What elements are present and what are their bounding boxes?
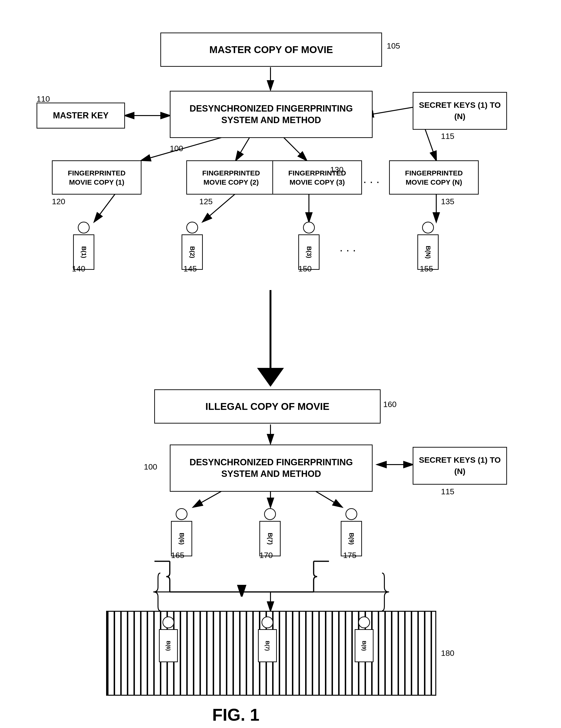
ref-145: 145: [183, 264, 197, 273]
person-b6: B(6): [171, 508, 192, 556]
svg-line-10: [94, 193, 116, 222]
ref-165: 165: [171, 551, 184, 560]
ref-175: 175: [343, 551, 357, 560]
secret-keys-top-box: SECRET KEYS (1) TO (N): [413, 92, 507, 130]
b9-stripe-body: B(9): [355, 629, 374, 662]
striped-combined-box: B(6) B(7) B(9): [106, 611, 436, 696]
ref-100-top: 100: [170, 144, 183, 153]
fp-copy3-box: FINGERPRINTEDMOVIE COPY (3): [272, 160, 362, 195]
ref-130: 130: [330, 165, 344, 174]
ref-170: 170: [259, 551, 273, 560]
master-copy-box: MASTER COPY OF MOVIE: [160, 33, 382, 67]
b7-stripe-head: [262, 616, 273, 628]
b7-stripe-body: B(7): [258, 629, 277, 662]
ref-115-bottom: 115: [441, 487, 454, 496]
fp-copy2-box: FINGERPRINTEDMOVIE COPY (2): [186, 160, 276, 195]
svg-line-7: [236, 137, 250, 160]
diagram: MASTER COPY OF MOVIE 105 MASTER KEY 110 …: [0, 0, 561, 728]
b6-in-stripe: B(6): [159, 616, 178, 662]
svg-line-9: [424, 127, 436, 160]
b7-head: [264, 508, 276, 520]
illegal-copy-box: ILLEGAL COPY OF MOVIE: [154, 389, 381, 424]
b6-head: [176, 508, 187, 520]
person-bn: B(N): [417, 222, 439, 270]
brace-svg: [153, 559, 330, 597]
master-key-box: MASTER KEY: [37, 103, 125, 129]
fp-copy-n-box: FINGERPRINTEDMOVIE COPY (N): [389, 160, 479, 195]
ref-120: 120: [52, 197, 65, 206]
ref-150: 150: [298, 264, 312, 273]
person-b3: B(3): [298, 222, 320, 270]
ref-115-top: 115: [441, 132, 454, 141]
fig-label: FIG. 1: [212, 705, 259, 724]
ref-140: 140: [72, 264, 85, 273]
fp-copy1-box: FINGERPRINTEDMOVIE COPY (1): [52, 160, 141, 195]
person-b2: B(2): [182, 222, 203, 270]
b9-in-stripe: B(9): [355, 616, 374, 662]
ref-110: 110: [37, 94, 50, 104]
ref-180: 180: [441, 649, 454, 658]
dfps-top-box: DESYNCHRONIZED FINGERPRINTING SYSTEM AND…: [170, 91, 373, 138]
svg-marker-15: [257, 368, 284, 387]
ref-105: 105: [387, 41, 400, 50]
b9-stripe-head: [358, 616, 370, 628]
b2-head: [186, 222, 198, 233]
person-b1: B(1): [73, 222, 94, 270]
ref-100-bottom: 100: [144, 462, 157, 471]
ref-125: 125: [199, 197, 213, 206]
svg-line-8: [283, 137, 307, 160]
dots-top: . . .: [363, 172, 379, 186]
dots-persons: . . .: [340, 241, 356, 254]
dfps-bottom-box: DESYNCHRONIZED FINGERPRINTING SYSTEM AND…: [170, 445, 373, 492]
b6-stripe-body: B(6): [159, 629, 178, 662]
person-b7: B(7): [259, 508, 281, 556]
b1-head: [78, 222, 90, 233]
ref-160: 160: [383, 400, 397, 409]
b3-head: [303, 222, 315, 233]
b6-stripe-head: [162, 616, 174, 628]
bn-head: [422, 222, 434, 233]
ref-135: 135: [441, 197, 454, 206]
b7-in-stripe: B(7): [258, 616, 277, 662]
ref-155: 155: [420, 264, 433, 273]
b9-head: [345, 508, 357, 520]
person-b9: B(9): [341, 508, 362, 556]
secret-keys-bottom-box: SECRET KEYS (1) TO (N): [413, 447, 507, 485]
